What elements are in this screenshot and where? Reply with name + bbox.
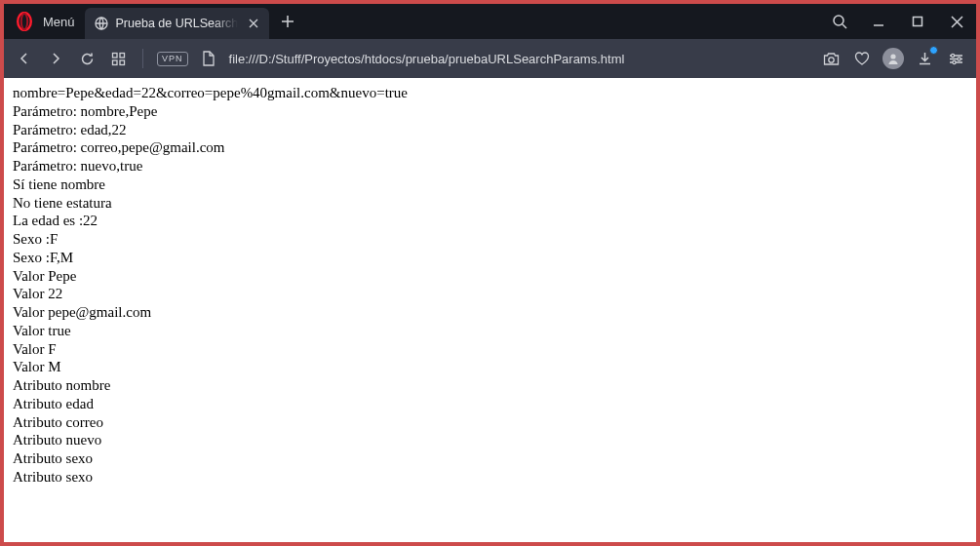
vpn-badge[interactable]: VPN (157, 52, 188, 66)
svg-rect-5 (112, 53, 117, 58)
output-line: Valor Pepe (13, 267, 967, 286)
output-line: Parámetro: edad,22 (13, 121, 967, 139)
output-line: Valor pepe@gmail.com (13, 303, 967, 322)
output-line: Sexo :F,M (13, 249, 967, 267)
downloads-button[interactable] (914, 48, 935, 69)
svg-rect-6 (120, 53, 125, 58)
output-line: Sexo :F (13, 230, 967, 249)
file-icon (198, 48, 219, 69)
url-field[interactable]: file:///D:/Stuff/Proyectos/htdocs/prueba… (229, 52, 625, 66)
svg-point-0 (18, 13, 31, 30)
titlebar: Menú Prueba de URLSearchParams (4, 4, 976, 39)
profile-button[interactable] (882, 48, 904, 69)
search-button[interactable] (820, 4, 859, 39)
easy-setup-button[interactable] (945, 48, 966, 69)
svg-point-11 (951, 54, 954, 57)
output-line: Valor true (13, 322, 967, 340)
svg-point-9 (828, 57, 833, 61)
svg-point-13 (952, 60, 955, 63)
minimize-button[interactable] (859, 4, 898, 39)
output-line: Valor F (13, 340, 967, 359)
output-line: Atributo sexo (13, 468, 967, 487)
output-line: Atributo sexo (13, 449, 967, 468)
output-line: Parámetro: correo,pepe@gmail.com (13, 138, 967, 157)
output-line: Atributo nuevo (13, 431, 967, 449)
maximize-button[interactable] (898, 4, 937, 39)
back-button[interactable] (14, 48, 35, 69)
svg-rect-7 (112, 60, 117, 65)
forward-button[interactable] (45, 48, 66, 69)
output-line: Atributo nombre (13, 376, 967, 395)
page-content: nombre=Pepe&edad=22&correo=pepe%40gmail.… (4, 78, 976, 542)
active-tab[interactable]: Prueba de URLSearchParams (85, 8, 269, 39)
close-tab-icon[interactable] (246, 16, 261, 31)
output-line: No tiene estatura (13, 194, 967, 213)
menu-label: Menú (43, 15, 75, 29)
addressbar: VPN file:///D:/Stuff/Proyectos/htdocs/pr… (4, 39, 976, 78)
output-line: La edad es :22 (13, 212, 967, 230)
speed-dial-button[interactable] (107, 48, 129, 69)
close-window-button[interactable] (937, 4, 976, 39)
output-line: Atributo correo (13, 413, 967, 432)
output-line: nombre=Pepe&edad=22&correo=pepe%40gmail.… (13, 84, 967, 102)
output-line: Atributo edad (13, 395, 967, 413)
output-line: Valor 22 (13, 285, 967, 303)
opera-logo-icon[interactable] (14, 11, 35, 32)
output-line: Sí tiene nombre (13, 176, 967, 194)
svg-rect-8 (120, 60, 125, 65)
output-line: Parámetro: nuevo,true (13, 157, 967, 176)
svg-point-10 (890, 54, 895, 58)
menu-button[interactable]: Menú (41, 4, 85, 39)
vpn-label: VPN (162, 54, 183, 63)
tab-title: Prueba de URLSearchParams (116, 17, 238, 30)
output-line: Valor M (13, 358, 967, 376)
reload-button[interactable] (76, 48, 98, 69)
svg-point-3 (834, 16, 843, 25)
new-tab-button[interactable] (273, 7, 302, 36)
svg-point-1 (21, 14, 27, 29)
svg-rect-4 (914, 18, 922, 26)
snapshot-button[interactable] (820, 48, 842, 69)
heart-button[interactable] (851, 48, 873, 69)
divider (142, 49, 143, 68)
svg-point-12 (957, 57, 960, 59)
globe-icon (95, 17, 108, 30)
output-line: Parámetro: nombre,Pepe (13, 102, 967, 121)
